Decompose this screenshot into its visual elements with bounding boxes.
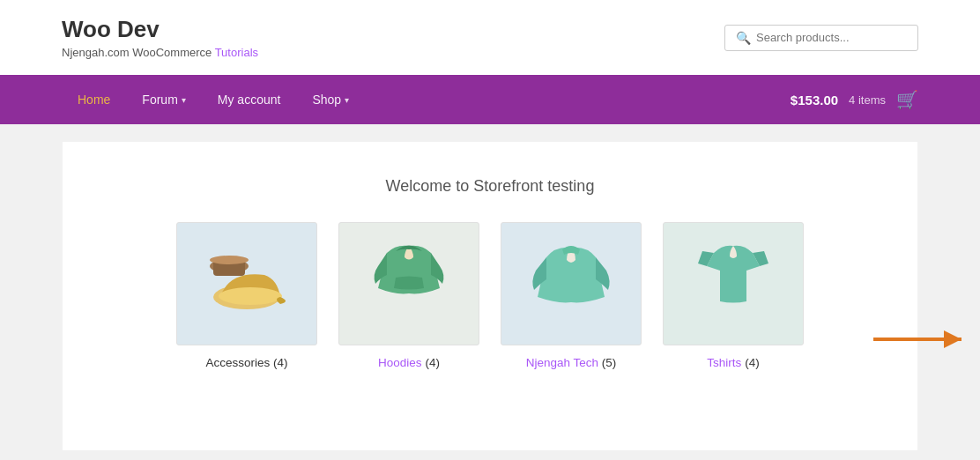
product-card-hoodies[interactable]: Hoodies (4) [338,222,479,369]
svg-marker-6 [944,330,961,348]
njengah-link[interactable]: Njengah Tech [526,356,598,369]
chevron-down-icon: ▾ [182,95,186,105]
cart-price: $153.00 [791,93,838,108]
nav-myaccount-label: My account [218,93,281,107]
svg-point-1 [219,287,282,305]
hoodies-count: (4) [425,356,440,369]
product-label-hoodies: Hoodies (4) [338,356,479,369]
product-grid: Accessories (4) [176,222,804,369]
nav-forum-label: Forum [142,93,177,107]
nav-home-label: Home [78,93,110,107]
site-branding: Woo Dev Njengah.com WooCommerce Tutorial… [62,16,258,59]
search-input[interactable] [756,31,907,44]
cart-icon[interactable]: 🛒 [896,89,918,110]
product-label-tshirts: Tshirts (4) [663,356,804,369]
products-wrapper: Accessories (4) [89,222,891,369]
site-tagline: Njengah.com WooCommerce Tutorials [62,46,258,59]
tagline-plain: Njengah.com WooCommerce [62,46,215,59]
search-bar[interactable]: 🔍 [724,25,918,51]
tshirts-link[interactable]: Tshirts [707,356,741,369]
nav-item-shop[interactable]: Shop ▾ [296,77,365,122]
product-image-tshirts [663,222,804,345]
tshirts-count: (4) [745,356,760,369]
nav-left: Home Forum ▾ My account Shop ▾ [62,77,365,122]
svg-point-4 [210,256,249,264]
product-card-accessories[interactable]: Accessories (4) [176,222,317,369]
hoodies-name: Hoodies [378,356,422,369]
nav-item-home[interactable]: Home [62,77,126,122]
product-label-accessories: Accessories (4) [176,356,317,369]
site-title: Woo Dev [62,16,258,43]
njengah-count: (5) [602,356,617,369]
tshirts-name: Tshirts [707,356,741,369]
accessories-name: Accessories [205,356,270,369]
njengah-name: Njengah Tech [526,356,598,369]
product-image-njengah [501,222,642,345]
cart-count: 4 items [849,93,886,107]
nav-item-forum[interactable]: Forum ▾ [126,77,201,122]
product-card-njengah[interactable]: Njengah Tech (5) [501,222,642,369]
annotation-arrow [865,323,970,359]
product-image-hoodies [338,222,479,345]
accessories-count: (4) [273,356,288,369]
nav-shop-label: Shop [312,93,341,107]
main-navbar: Home Forum ▾ My account Shop ▾ $153.00 4… [0,75,980,124]
welcome-title: Welcome to Storefront testing [89,177,891,196]
product-label-njengah: Njengah Tech (5) [501,356,642,369]
nav-right: $153.00 4 items 🛒 [791,89,918,110]
tagline-link[interactable]: Tutorials [215,46,258,59]
site-header: Woo Dev Njengah.com WooCommerce Tutorial… [0,0,980,75]
main-content: Welcome to Storefront testing [63,142,917,450]
nav-item-myaccount[interactable]: My account [202,77,297,122]
hoodies-link[interactable]: Hoodies [378,356,422,369]
product-image-accessories [176,222,317,345]
chevron-down-icon: ▾ [345,95,349,105]
product-card-tshirts[interactable]: Tshirts (4) [663,222,804,369]
search-icon: 🔍 [736,31,751,45]
